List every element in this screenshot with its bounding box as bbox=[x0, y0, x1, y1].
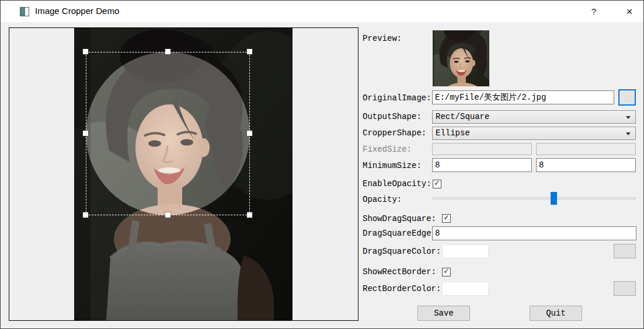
crop-handle-top-right[interactable] bbox=[247, 49, 252, 54]
quit-button[interactable]: Quit bbox=[530, 306, 582, 321]
preview-thumbnail bbox=[433, 30, 489, 86]
show-rect-border-label: ShowRectBorder: bbox=[363, 267, 436, 276]
check-icon: ✓ bbox=[434, 178, 439, 188]
preview-label: Preview: bbox=[363, 34, 402, 43]
original-image-label: OriginalImage: bbox=[363, 93, 431, 103]
fixed-size-width-input bbox=[432, 143, 532, 155]
fixed-size-label: FixedSize: bbox=[363, 145, 412, 154]
chevron-down-icon bbox=[626, 132, 631, 135]
check-icon: ✓ bbox=[444, 213, 448, 222]
cropper-shape-value: Ellipse bbox=[436, 128, 470, 138]
original-image-input[interactable] bbox=[432, 90, 614, 104]
show-rect-border-checkbox[interactable]: ✓ bbox=[442, 268, 451, 276]
save-button[interactable]: Save bbox=[417, 306, 470, 321]
output-shape-label: OutputShape: bbox=[363, 112, 422, 121]
output-shape-select[interactable]: Rect/Square bbox=[432, 110, 636, 124]
crop-handle-bottom-middle[interactable] bbox=[165, 212, 170, 218]
app-icon bbox=[20, 7, 29, 16]
drag-square-edge-input[interactable] bbox=[432, 226, 636, 240]
crop-handle-top-left[interactable] bbox=[83, 49, 88, 54]
opacity-slider-track[interactable] bbox=[433, 197, 636, 200]
app-window: Image Cropper Demo ? × Preview: Original… bbox=[0, 0, 644, 329]
minimum-size-width-input[interactable] bbox=[432, 158, 532, 172]
drag-square-color-picker-button[interactable] bbox=[614, 244, 636, 258]
close-button[interactable]: × bbox=[614, 1, 644, 22]
show-drag-square-checkbox[interactable]: ✓ bbox=[442, 214, 451, 223]
drag-square-color-label: DragSquareColor: bbox=[363, 247, 441, 256]
rect-border-color-picker-button[interactable] bbox=[614, 281, 636, 296]
check-icon: ✓ bbox=[444, 267, 448, 276]
crop-handle-middle-right[interactable] bbox=[247, 131, 252, 136]
opacity-label: Opacity: bbox=[363, 195, 402, 204]
crop-handle-top-middle[interactable] bbox=[165, 49, 170, 54]
drag-square-color-swatch bbox=[442, 244, 489, 258]
enable-opacity-checkbox[interactable]: ✓ bbox=[433, 180, 441, 188]
cropper-shape-select[interactable]: Ellipse bbox=[432, 127, 636, 140]
minimum-size-label: MinimumSize: bbox=[363, 161, 422, 170]
drag-square-edge-label: DragSquareEdge: bbox=[363, 229, 436, 238]
opacity-slider-handle[interactable] bbox=[551, 192, 557, 205]
window-title: Image Cropper Demo bbox=[35, 6, 119, 16]
enable-opacity-label: EnableOpacity: bbox=[363, 179, 431, 188]
crop-handle-middle-left[interactable] bbox=[83, 131, 88, 136]
help-button[interactable]: ? bbox=[580, 1, 607, 22]
chevron-down-icon bbox=[626, 116, 631, 119]
cropper-shape-label: CropperShape: bbox=[363, 128, 426, 138]
rect-border-color-label: RectBorderColor: bbox=[363, 284, 441, 293]
fixed-size-height-input bbox=[536, 143, 636, 155]
minimum-size-height-input[interactable] bbox=[536, 158, 636, 172]
output-shape-value: Rect/Square bbox=[436, 112, 489, 121]
show-drag-square-label: ShowDragSquare: bbox=[363, 214, 436, 223]
titlebar[interactable]: Image Cropper Demo ? × bbox=[1, 1, 643, 22]
crop-handle-bottom-left[interactable] bbox=[83, 212, 88, 218]
rect-border-color-swatch bbox=[442, 282, 489, 296]
browse-button[interactable] bbox=[618, 89, 636, 106]
crop-selection-rect[interactable] bbox=[86, 52, 250, 215]
crop-handle-bottom-right[interactable] bbox=[247, 212, 252, 218]
